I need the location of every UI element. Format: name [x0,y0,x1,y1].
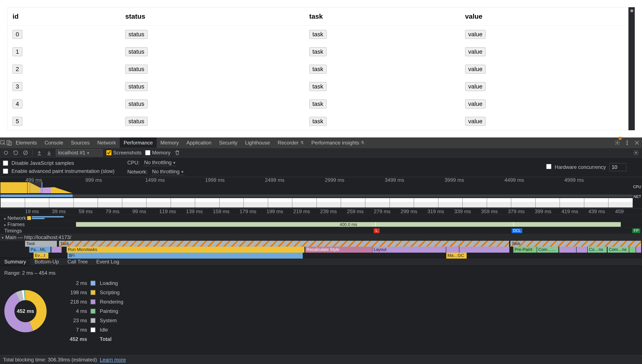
overview-net-lane [1,194,633,197]
tracks-area[interactable]: 19 ms39 ms59 ms79 ms99 ms119 ms139 ms159… [0,208,642,258]
track-timings[interactable]: Timings L DCL FP [0,228,642,234]
flame-block[interactable] [577,247,587,253]
flame-task[interactable]: Task [510,241,641,247]
tab-sources[interactable]: Sources [67,138,93,148]
track-main-header[interactable]: Main — http://localhost:4173/ [0,234,642,241]
cell-id-button[interactable]: 2 [13,65,22,74]
more-icon[interactable] [624,140,630,146]
tab-perf-insights[interactable]: Performance insights [308,138,368,148]
details-tab-summary[interactable]: Summary [0,258,30,266]
details-tab-bottomup[interactable]: Bottom-Up [30,258,63,266]
clear-icon[interactable] [23,150,29,156]
flame-block[interactable] [636,247,641,253]
scrollbar[interactable] [628,7,635,130]
hw-concurrency-input[interactable] [609,163,626,171]
details-tab-eventlog[interactable]: Event Log [92,258,123,266]
flame-chart[interactable]: Task Task Task Pa…ML Run Microtasks Reca… [25,241,642,258]
overview-strip[interactable]: 499 ms999 ms1499 ms1999 ms2499 ms2999 ms… [0,177,642,208]
overview-thumbnails [1,197,633,208]
inspect-icon[interactable] [0,140,6,146]
flame-task[interactable]: Task [25,241,57,247]
tab-memory[interactable]: Memory [157,138,183,148]
tab-lighthouse[interactable]: Lighthouse [241,138,274,148]
tab-performance[interactable]: Performance [120,138,156,148]
cpu-throttle-select[interactable]: No throttling [143,159,177,166]
record-icon[interactable] [3,150,9,156]
cell-id-button[interactable]: 3 [13,82,22,91]
capture-settings-icon[interactable] [633,150,639,156]
flame-gc[interactable]: Ma…GC [446,253,467,258]
perf-toolbar: localhost #1 Screenshots Memory [0,148,642,158]
cell-task-button[interactable]: task [309,65,327,74]
cell-task-button[interactable]: task [309,82,327,91]
cell-id-button[interactable]: 5 [13,117,22,126]
flame-block[interactable] [559,247,576,253]
reload-icon[interactable] [13,150,19,156]
flame-recalc-style[interactable]: Recalculate Style [305,247,372,253]
tab-security[interactable]: Security [215,138,241,148]
cell-status-button[interactable]: status [125,82,148,91]
cell-task-button[interactable]: task [309,30,327,39]
cell-value-button[interactable]: value [465,100,486,108]
flame-event[interactable]: Ev…t [34,253,48,258]
settings-gear-icon[interactable] [614,140,620,146]
tab-elements[interactable]: Elements [12,138,41,148]
cell-task-button[interactable]: task [309,100,327,108]
cell-value-button[interactable]: value [465,47,486,56]
cell-status-button[interactable]: status [125,100,148,108]
load-profile-icon[interactable] [36,150,42,156]
flame-block[interactable] [629,247,636,253]
tab-console[interactable]: Console [41,138,67,148]
flame-parse-html[interactable]: Pa…ML [29,247,51,253]
flame-task[interactable]: Task [59,241,509,247]
cell-id-button[interactable]: 1 [13,47,22,56]
tbt-learn-more-link[interactable]: Learn more [100,357,126,362]
memory-checkbox[interactable]: Memory [145,150,170,156]
cell-task-button[interactable]: task [309,47,327,56]
flame-block[interactable] [446,247,459,253]
tab-network[interactable]: Network [93,138,120,148]
tab-application[interactable]: Application [183,138,215,148]
flame-commit[interactable]: Co…ns [588,247,607,253]
cell-value-button[interactable]: value [465,117,486,126]
network-throttle-select[interactable]: No throttling [151,168,184,175]
frame-block: 400.0 ms [76,222,621,227]
details-tabbar: Summary Bottom-Up Call Tree Event Log [0,258,642,266]
cell-id-button[interactable]: 0 [13,30,22,39]
flame-fi[interactable]: $Fi [68,253,303,258]
table-row: 3statustaskvalue [8,78,634,95]
device-toggle-icon[interactable] [6,140,12,146]
table-row: 4statustaskvalue [8,95,634,113]
details-tab-calltree[interactable]: Call Tree [63,258,92,266]
screenshots-checkbox[interactable]: Screenshots [106,150,141,156]
trash-icon[interactable] [174,150,180,156]
track-frames[interactable]: Frames 400.0 ms [0,221,642,228]
flame-layout[interactable]: Layout [372,247,446,253]
cell-status-button[interactable]: status [125,117,148,126]
save-profile-icon[interactable] [46,150,52,156]
cell-value-button[interactable]: value [465,30,486,39]
close-icon[interactable] [634,140,640,146]
overview-selection[interactable] [30,182,43,193]
cell-status-button[interactable]: status [125,30,148,39]
enable-paint-checkbox[interactable]: Enable advanced paint instrumentation (s… [3,168,115,174]
track-network[interactable]: Network [0,215,642,221]
flame-microtasks[interactable]: Run Microtasks [67,247,304,253]
flame-prepaint[interactable]: Pre-Paint [513,247,537,253]
cell-id-button[interactable]: 4 [13,100,22,108]
network-label: Network: [127,169,148,175]
cell-task-button[interactable]: task [309,117,327,126]
hw-concurrency-checkbox[interactable] [546,164,551,170]
profile-selector[interactable]: localhost #1 [56,149,103,156]
flame-block[interactable] [459,247,509,253]
cell-value-button[interactable]: value [465,65,486,74]
cell-value-button[interactable]: value [465,82,486,91]
cell-status-button[interactable]: status [125,47,148,56]
cell-status-button[interactable]: status [125,65,148,74]
table-row: 1statustaskvalue [8,43,634,60]
disable-js-samples-checkbox[interactable]: Disable JavaScript samples [3,160,115,166]
tab-recorder[interactable]: Recorder [274,138,308,148]
flame-commit[interactable]: Com…ns [608,247,629,253]
flame-layout-small[interactable] [51,247,62,253]
flame-commit[interactable]: Com…ons [537,247,558,253]
